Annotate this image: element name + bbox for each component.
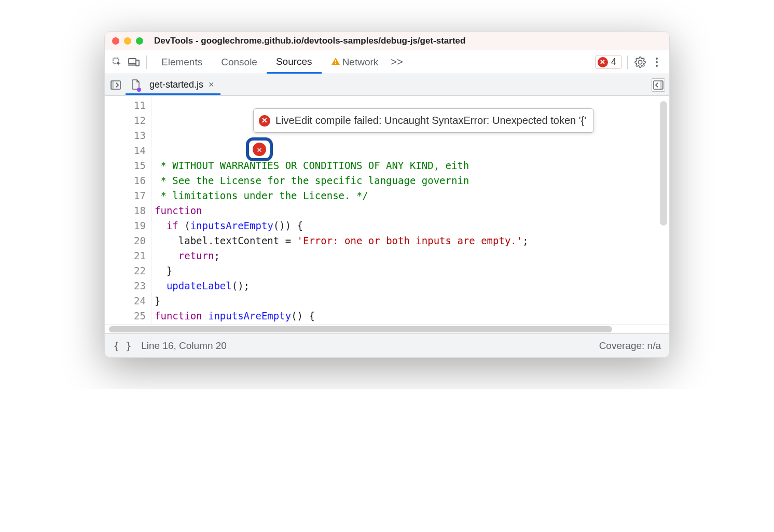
code-line[interactable]: updateLabel(); xyxy=(155,278,669,293)
error-message: LiveEdit compile failed: Uncaught Syntax… xyxy=(275,113,586,128)
tab-console[interactable]: Console xyxy=(212,51,267,73)
error-icon: ✕ xyxy=(598,57,608,67)
code-content[interactable]: ✕ LiveEdit compile failed: Uncaught Synt… xyxy=(151,96,669,324)
svg-rect-12 xyxy=(660,81,663,89)
more-menu-icon[interactable] xyxy=(649,55,664,69)
cursor-position: Line 16, Column 20 xyxy=(141,340,227,352)
line-number[interactable]: 13 xyxy=(107,128,146,143)
code-line[interactable]: function inputsAreEmpty() { xyxy=(155,309,669,324)
code-line[interactable]: return; xyxy=(155,248,669,263)
pretty-print-button[interactable]: { } xyxy=(113,340,132,352)
inline-error-marker[interactable]: ✕ xyxy=(246,137,273,161)
svg-point-7 xyxy=(656,61,658,63)
minimize-window-button[interactable] xyxy=(124,37,131,45)
line-number[interactable]: 16 xyxy=(107,173,146,188)
close-window-button[interactable] xyxy=(112,37,119,45)
horizontal-scrollbar-track[interactable] xyxy=(105,324,669,333)
line-gutter[interactable]: 111213141516171819202122232425 xyxy=(105,96,151,324)
separator xyxy=(627,55,628,69)
line-number[interactable]: 14 xyxy=(107,143,146,158)
line-number[interactable]: 21 xyxy=(107,248,146,263)
code-editor[interactable]: 111213141516171819202122232425 ✕ LiveEdi… xyxy=(105,96,669,324)
line-number[interactable]: 25 xyxy=(107,309,146,324)
status-bar: { } Line 16, Column 20 Coverage: n/a xyxy=(105,333,669,357)
code-line[interactable]: if (inputsAreEmpty()) { xyxy=(155,218,669,233)
line-number[interactable]: 12 xyxy=(107,113,146,128)
warning-icon xyxy=(331,57,340,65)
svg-rect-3 xyxy=(136,60,139,66)
code-line[interactable]: } xyxy=(155,293,669,309)
window-title: DevTools - googlechrome.github.io/devtoo… xyxy=(154,36,465,46)
show-debugger-icon[interactable] xyxy=(652,78,665,92)
svg-rect-1 xyxy=(129,59,136,64)
tab-network-label: Network xyxy=(342,57,379,67)
svg-rect-5 xyxy=(335,63,336,64)
coverage-status[interactable]: Coverage: n/a xyxy=(599,340,661,352)
line-number[interactable]: 22 xyxy=(107,263,146,278)
line-number[interactable]: 11 xyxy=(107,98,146,113)
inspect-element-icon[interactable] xyxy=(110,55,125,69)
error-icon: ✕ xyxy=(253,143,266,156)
file-name: get-started.js xyxy=(149,79,203,90)
overflow-tabs-button[interactable]: >> xyxy=(388,56,406,68)
modified-dot-icon xyxy=(137,88,141,92)
error-count-badge[interactable]: ✕ 4 xyxy=(595,55,622,69)
panel-tabs: Elements Console Sources Network >> xyxy=(152,51,406,74)
error-tooltip: ✕ LiveEdit compile failed: Uncaught Synt… xyxy=(253,108,594,133)
title-bar: DevTools - googlechrome.github.io/devtoo… xyxy=(105,32,669,50)
devtools-window: DevTools - googlechrome.github.io/devtoo… xyxy=(104,31,670,358)
vertical-scrollbar[interactable] xyxy=(660,101,667,226)
traffic-lights xyxy=(112,37,143,45)
settings-gear-icon[interactable] xyxy=(633,55,647,69)
line-number[interactable]: 18 xyxy=(107,203,146,218)
svg-point-8 xyxy=(656,65,658,67)
line-number[interactable]: 19 xyxy=(107,218,146,233)
svg-point-6 xyxy=(656,58,658,60)
file-tab-bar: get-started.js × xyxy=(105,74,669,96)
tab-elements[interactable]: Elements xyxy=(152,51,212,73)
code-line[interactable]: * WITHOUT WARRANTIES OR CONDITIONS OF AN… xyxy=(155,158,669,173)
horizontal-scrollbar-thumb[interactable] xyxy=(109,326,612,332)
close-file-icon[interactable]: × xyxy=(209,79,214,90)
code-line[interactable]: } xyxy=(155,263,669,278)
separator xyxy=(146,55,147,69)
code-line[interactable]: label.textContent = 'Error: one or both … xyxy=(155,233,669,248)
line-number[interactable]: 20 xyxy=(107,233,146,248)
line-number[interactable]: 15 xyxy=(107,158,146,173)
line-number[interactable]: 23 xyxy=(107,278,146,293)
maximize-window-button[interactable] xyxy=(136,37,143,45)
main-toolbar: Elements Console Sources Network >> ✕ 4 xyxy=(105,50,669,74)
show-navigator-icon[interactable] xyxy=(109,78,122,92)
line-number[interactable]: 17 xyxy=(107,188,146,203)
tab-sources[interactable]: Sources xyxy=(267,51,322,74)
error-icon: ✕ xyxy=(259,115,270,127)
code-line[interactable]: * See the License for the specific langu… xyxy=(155,173,669,188)
device-toolbar-icon[interactable] xyxy=(127,55,141,69)
svg-rect-10 xyxy=(111,81,114,89)
code-line[interactable]: * limitations under the License. */ xyxy=(155,188,669,203)
code-line[interactable]: function xyxy=(155,203,669,218)
svg-rect-4 xyxy=(335,60,336,62)
tab-network[interactable]: Network xyxy=(322,51,388,73)
file-tab[interactable]: get-started.js × xyxy=(126,75,220,95)
line-number[interactable]: 24 xyxy=(107,293,146,309)
error-count: 4 xyxy=(611,57,616,67)
